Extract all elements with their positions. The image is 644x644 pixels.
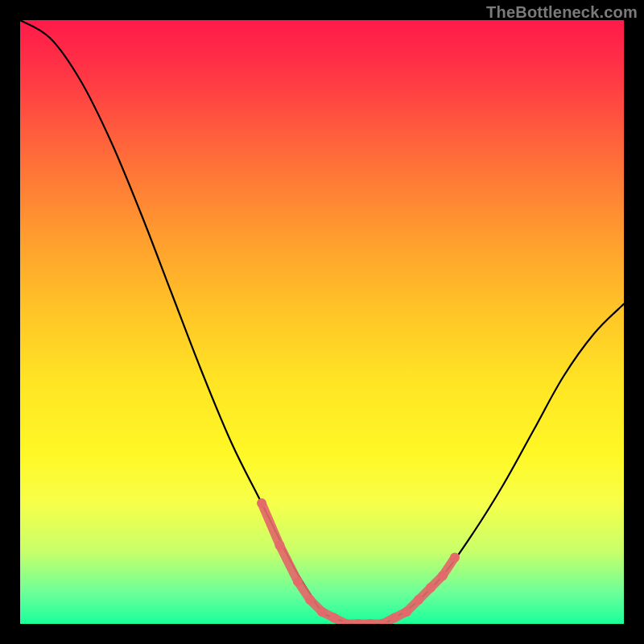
plot-area	[20, 20, 624, 624]
chart-container: TheBottleneck.com	[0, 0, 644, 644]
gradient-background	[20, 20, 624, 624]
watermark-text: TheBottleneck.com	[486, 3, 638, 22]
